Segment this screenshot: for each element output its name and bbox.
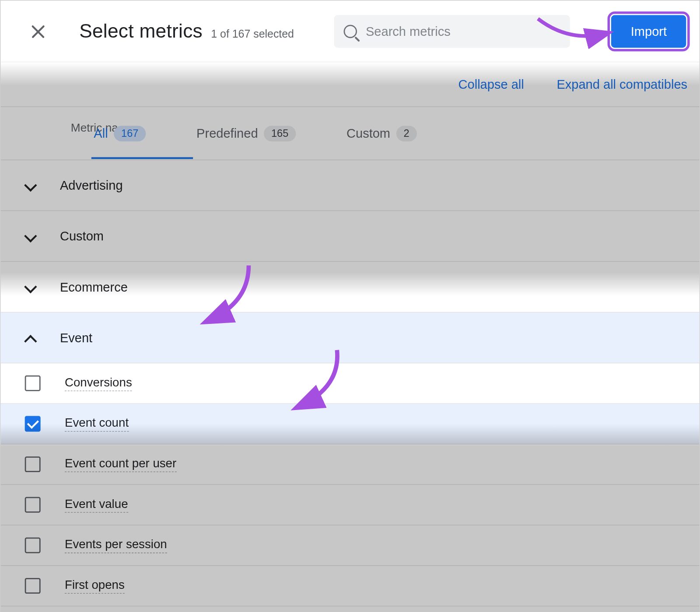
metric-label: Event count (65, 416, 129, 432)
tab-predefined[interactable]: Predefined 165 (196, 125, 296, 141)
search-placeholder: Search metrics (366, 24, 451, 38)
search-input[interactable]: Search metrics (334, 15, 570, 48)
metric-label: Event value (65, 497, 128, 513)
category-label: Advertising (60, 178, 123, 192)
collapse-all-button[interactable]: Collapse all (458, 77, 524, 91)
chevron-down-icon (24, 179, 36, 191)
metric-event-count[interactable]: Event count (0, 404, 699, 445)
tab-label: All (94, 126, 108, 140)
metric-first-opens[interactable]: First opens (0, 566, 699, 606)
metric-label: Events per session (65, 537, 167, 553)
chevron-down-icon (24, 230, 36, 242)
dialog-title: Select metrics (79, 20, 203, 42)
checkbox[interactable] (25, 578, 41, 594)
category-label: Event (60, 330, 92, 345)
category-label: Custom (60, 229, 104, 243)
metric-label: First opens (65, 578, 125, 594)
tab-count: 165 (264, 125, 295, 141)
category-ecommerce[interactable]: Ecommerce (0, 262, 699, 313)
selection-status: 1 of 167 selected (211, 28, 294, 41)
checkbox[interactable] (25, 376, 41, 391)
category-custom[interactable]: Custom (0, 211, 699, 262)
import-button[interactable]: Import (611, 15, 686, 48)
category-label: Ecommerce (60, 280, 128, 294)
tab-label: Predefined (196, 126, 258, 140)
chevron-down-icon (24, 281, 36, 293)
metric-first-visits[interactable]: First visits (0, 606, 699, 612)
chevron-up-icon (24, 332, 36, 344)
close-icon[interactable] (24, 17, 52, 45)
actions-row: Collapse all Expand all compatibles (0, 62, 699, 107)
category-advertising[interactable]: Advertising (0, 160, 699, 211)
metric-event-value[interactable]: Event value (0, 485, 699, 525)
tab-custom[interactable]: Custom 2 (346, 125, 416, 141)
dialog-header: Select metrics 1 of 167 selected Search … (0, 0, 699, 62)
metric-label: Event count per user (65, 456, 176, 472)
checkbox[interactable] (25, 537, 41, 553)
category-event[interactable]: Event (0, 313, 699, 363)
checkbox[interactable] (25, 497, 41, 513)
metric-events-per-session[interactable]: Events per session (0, 525, 699, 566)
tab-label: Custom (346, 126, 390, 140)
metric-conversions[interactable]: Conversions (0, 363, 699, 404)
metric-event-count-per-user[interactable]: Event count per user (0, 445, 699, 485)
tab-all[interactable]: All 167 (94, 125, 146, 141)
expand-all-button[interactable]: Expand all compatibles (556, 77, 687, 91)
checkbox[interactable] (25, 456, 41, 472)
checkbox-checked[interactable] (25, 416, 41, 432)
search-icon (344, 24, 357, 38)
tab-count: 167 (114, 125, 145, 141)
metric-label: Conversions (65, 376, 132, 391)
tab-count: 2 (396, 125, 416, 141)
tabs-row: Metric na All 167 Predefined 165 Custom … (0, 107, 699, 160)
